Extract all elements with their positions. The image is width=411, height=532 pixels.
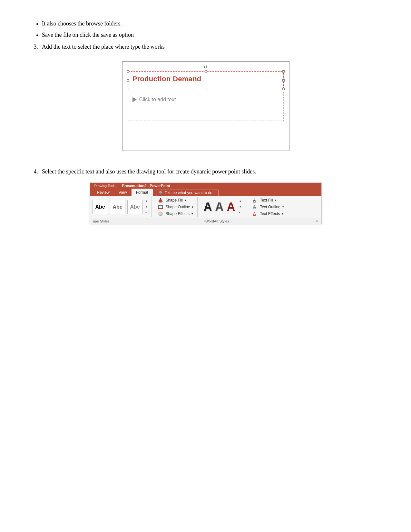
drawing-tools-label: Drawing Tools bbox=[94, 184, 116, 188]
numbered-list-4: 4. Select the specific text and also use… bbox=[29, 167, 385, 176]
shape-fill-area: Shape Fill ▾ Shape Outline ▾ bbox=[154, 197, 198, 217]
wordart-arrow-up[interactable]: ▲ bbox=[239, 200, 241, 202]
text-outline-row[interactable]: A Text Outline ▾ bbox=[252, 204, 286, 210]
handle-tc bbox=[205, 70, 207, 73]
bullet-item-1: It also chooses the browse folders. bbox=[42, 19, 385, 28]
toolbar-top-bar: Drawing Tools Presentation2 - PowerPoint bbox=[90, 183, 321, 189]
shape-fill-row[interactable]: Shape Fill ▾ bbox=[158, 197, 193, 203]
shape-style-arrows: ▲ ▼ ▾ bbox=[145, 200, 148, 214]
shape-fill-arrow: ▾ bbox=[185, 199, 186, 202]
wordart-a-2[interactable]: A bbox=[215, 200, 223, 214]
text-fill-row[interactable]: A Text Fill ▾ bbox=[252, 197, 286, 203]
section-4: 4. Select the specific text and also use… bbox=[26, 167, 385, 176]
handle-mr bbox=[282, 79, 285, 82]
numbered-item-4: 4. Select the specific text and also use… bbox=[29, 167, 385, 176]
abc-btn-2[interactable]: Abc bbox=[110, 200, 125, 214]
svg-text:A: A bbox=[253, 198, 256, 202]
tab-review[interactable]: Review bbox=[93, 189, 114, 196]
slide-body-box[interactable]: Click to add text bbox=[128, 92, 284, 121]
dialog-launcher-right[interactable]: ⌑ bbox=[316, 219, 318, 223]
text-outline-arrow: ▾ bbox=[282, 205, 284, 209]
svg-text:A: A bbox=[253, 212, 256, 216]
wordart-arrow-expand[interactable]: ▾ bbox=[239, 212, 241, 214]
toolbar-content: Abc Abc Abc ▲ ▼ ▾ bbox=[90, 196, 321, 218]
slide-title-box[interactable]: ↺ Production Demand bbox=[128, 71, 284, 89]
shape-fill-label: Shape Fill bbox=[165, 198, 182, 202]
text-fill-label: Text Fill bbox=[260, 198, 273, 202]
arrow-up[interactable]: ▲ bbox=[145, 200, 148, 202]
shape-outline-icon bbox=[158, 204, 163, 210]
item-3-text: Add the text to select the place where t… bbox=[42, 43, 165, 51]
handle-tl bbox=[127, 70, 129, 73]
svg-point-4 bbox=[159, 212, 162, 216]
shape-styles-area: Abc Abc Abc ▲ ▼ ▾ bbox=[93, 197, 152, 217]
shape-effects-arrow: ▾ bbox=[191, 212, 193, 215]
shape-effects-label: Shape Effects bbox=[165, 212, 190, 216]
toolbar-bottom: ape Styles ⌑ WordArt Styles ⌑ bbox=[90, 218, 321, 224]
wordart-a-1[interactable]: A bbox=[203, 200, 212, 214]
search-icon: 🔍 bbox=[159, 191, 163, 195]
tab-view[interactable]: View bbox=[114, 189, 132, 196]
abc-btn-1[interactable]: Abc bbox=[93, 200, 108, 214]
toolbar-box: Drawing Tools Presentation2 - PowerPoint… bbox=[90, 182, 322, 224]
tab-format[interactable]: Format bbox=[132, 189, 153, 196]
shape-outline-label: Shape Outline bbox=[165, 205, 190, 209]
wordart-area: A A A ▲ ▼ ▾ bbox=[200, 197, 246, 217]
svg-rect-11 bbox=[253, 215, 256, 216]
svg-text:A: A bbox=[253, 205, 256, 209]
click-to-add-text: Click to add text bbox=[132, 97, 279, 103]
shape-styles-bottom-label: ape Styles bbox=[93, 219, 110, 223]
svg-rect-9 bbox=[253, 209, 256, 209]
shape-effects-icon bbox=[158, 211, 163, 217]
handle-bl bbox=[127, 88, 129, 90]
text-fill-arrow: ▾ bbox=[275, 199, 277, 202]
handle-ml bbox=[127, 79, 129, 82]
svg-rect-7 bbox=[253, 202, 256, 202]
text-effects-arrow: ▾ bbox=[282, 212, 283, 215]
shape-fill-icon bbox=[158, 197, 163, 203]
text-outline-icon: A bbox=[252, 204, 258, 210]
arrow-down[interactable]: ▼ bbox=[145, 206, 148, 208]
item-4-text: Select the specific text and also uses t… bbox=[42, 167, 256, 176]
bottom-right-section: WordArt Styles ⌑ bbox=[206, 219, 318, 223]
numbered-list: 3. Add the text to select the place wher… bbox=[29, 43, 385, 51]
item-3-num: 3. bbox=[29, 43, 38, 51]
toolbar-container: Drawing Tools Presentation2 - PowerPoint… bbox=[26, 182, 385, 224]
wordart-styles-bottom-label: WordArt Styles bbox=[206, 219, 229, 223]
bottom-left-section: ape Styles ⌑ bbox=[93, 219, 206, 223]
slide-outer-border: ↺ Production Demand Click to add text bbox=[122, 61, 289, 151]
text-effects-area: A Text Fill ▾ A Text Outline bbox=[248, 197, 290, 217]
svg-rect-1 bbox=[159, 202, 162, 202]
rotate-handle: ↺ bbox=[204, 64, 208, 70]
bullet-item-2: Save the file on click the save as optio… bbox=[42, 31, 385, 39]
arrow-expand[interactable]: ▾ bbox=[145, 212, 148, 214]
svg-point-5 bbox=[159, 212, 161, 214]
toolbar-search[interactable]: 🔍 Tell me what you want to do... bbox=[156, 190, 219, 196]
play-icon bbox=[132, 97, 137, 102]
handle-bc bbox=[205, 88, 207, 90]
shape-outline-row[interactable]: Shape Outline ▾ bbox=[158, 204, 193, 210]
search-placeholder-text: Tell me what you want to do... bbox=[165, 191, 216, 195]
wordart-arrows: ▲ ▼ ▾ bbox=[239, 200, 241, 214]
item-4-num: 4. bbox=[29, 167, 38, 176]
text-effects-row[interactable]: A Text Effects ▾ bbox=[252, 211, 286, 217]
svg-rect-2 bbox=[159, 205, 162, 208]
text-effects-label: Text Effects bbox=[260, 212, 280, 216]
svg-marker-0 bbox=[159, 198, 162, 202]
wordart-a-3[interactable]: A bbox=[227, 200, 235, 214]
wordart-arrow-down[interactable]: ▼ bbox=[239, 206, 241, 208]
presentation-title: Presentation2 - PowerPoint bbox=[122, 184, 170, 188]
abc-btn-3[interactable]: Abc bbox=[127, 200, 143, 214]
toolbar-tab-row: Review View Format 🔍 Tell me what you wa… bbox=[90, 189, 321, 196]
handle-br bbox=[282, 88, 285, 90]
shape-outline-arrow: ▾ bbox=[192, 205, 193, 209]
text-outline-label: Text Outline bbox=[260, 205, 280, 209]
bullet-list: It also chooses the browse folders. Save… bbox=[42, 19, 385, 39]
text-fill-icon: A bbox=[252, 197, 258, 203]
slide-preview-container: ↺ Production Demand Click to add text bbox=[26, 61, 385, 151]
numbered-item-3: 3. Add the text to select the place wher… bbox=[29, 43, 385, 51]
text-effects-icon-svg: A bbox=[252, 211, 258, 217]
handle-tr bbox=[282, 70, 285, 73]
shape-effects-row[interactable]: Shape Effects ▾ bbox=[158, 211, 193, 217]
slide-title-text: Production Demand bbox=[132, 75, 201, 83]
